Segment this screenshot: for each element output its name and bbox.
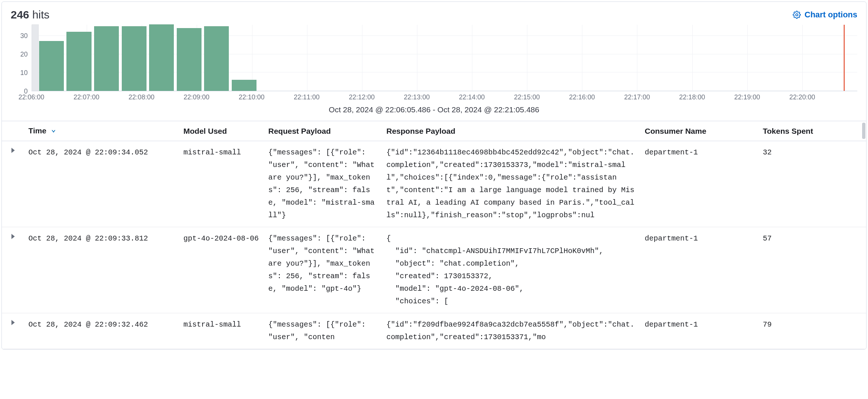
discover-panel: 246 hits Chart options 0102030 22:06:002…: [1, 1, 867, 349]
expand-row-toggle[interactable]: [2, 141, 24, 227]
x-tick-label: 22:12:00: [349, 93, 375, 101]
chart-bar[interactable]: [39, 41, 64, 91]
x-tick-label: 22:06:00: [18, 93, 44, 101]
hit-count-number: 246: [11, 8, 29, 21]
cell-request: {"messages": [{"role": "user", "conten: [264, 313, 382, 349]
cell-tokens: 57: [758, 227, 866, 313]
chart-bar[interactable]: [94, 26, 119, 91]
x-tick-label: 22:18:00: [679, 93, 705, 101]
x-tick-label: 22:07:00: [73, 93, 99, 101]
table-row[interactable]: Oct 28, 2024 @ 22:09:33.812gpt-4o-2024-0…: [2, 227, 866, 313]
col-response-header[interactable]: Response Payload: [382, 121, 640, 141]
cell-request: {"messages": [{"role": "user", "content"…: [264, 141, 382, 227]
x-tick-label: 22:13:00: [404, 93, 430, 101]
hit-count: 246 hits: [11, 8, 49, 21]
chart-options-label: Chart options: [805, 10, 857, 20]
chart-range-label: Oct 28, 2024 @ 22:06:05.486 - Oct 28, 20…: [11, 104, 857, 121]
chart-cursor-line: [844, 25, 845, 91]
x-tick-label: 22:16:00: [569, 93, 595, 101]
cell-tokens: 79: [758, 313, 866, 349]
chart-plot-area[interactable]: [31, 25, 857, 91]
x-tick-label: 22:17:00: [624, 93, 650, 101]
cell-consumer: department-1: [640, 141, 758, 227]
chart-bar[interactable]: [204, 26, 229, 91]
cell-model: gpt-4o-2024-08-06: [179, 227, 264, 313]
chart-bar[interactable]: [149, 24, 174, 91]
cell-response: { "id": "chatcmpl-ANSDUihI7MMIFvI7hL7CPl…: [382, 227, 640, 313]
cell-time: Oct 28, 2024 @ 22:09:32.462: [24, 313, 179, 349]
scrollbar-thumb[interactable]: [862, 123, 865, 139]
x-tick-label: 22:09:00: [184, 93, 210, 101]
x-tick-label: 22:08:00: [128, 93, 154, 101]
hit-count-label: hits: [32, 8, 49, 21]
gear-icon: [793, 11, 801, 19]
sort-desc-icon: [51, 127, 56, 136]
expand-row-toggle[interactable]: [2, 227, 24, 313]
cell-model: mistral-small: [179, 313, 264, 349]
cell-tokens: 32: [758, 141, 866, 227]
cell-response: {"id":"12364b1118ec4698bb4bc452edd92c42"…: [382, 141, 640, 227]
chart-bar[interactable]: [232, 80, 256, 91]
x-tick-label: 22:10:00: [239, 93, 265, 101]
col-time-header[interactable]: Time: [24, 121, 179, 141]
y-tick-label: 10: [20, 69, 28, 77]
col-tokens-header[interactable]: Tokens Spent: [758, 121, 866, 141]
table-header-row: Time Model Used Request Payload Response…: [2, 121, 866, 141]
x-tick-label: 22:19:00: [734, 93, 760, 101]
chart-bar[interactable]: [66, 32, 91, 91]
expand-row-toggle[interactable]: [2, 313, 24, 349]
results-table-wrap: Time Model Used Request Payload Response…: [2, 121, 866, 349]
cell-model: mistral-small: [179, 141, 264, 227]
col-consumer-header[interactable]: Consumer Name: [640, 121, 758, 141]
x-tick-label: 22:15:00: [514, 93, 540, 101]
cell-time: Oct 28, 2024 @ 22:09:34.052: [24, 141, 179, 227]
cell-response: {"id":"f209dfbae9924f8a9ca32dcb7ea5558f"…: [382, 313, 640, 349]
panel-header: 246 hits Chart options: [2, 2, 866, 23]
chart-bar-dim: [32, 24, 39, 91]
results-table: Time Model Used Request Payload Response…: [2, 121, 866, 349]
svg-point-0: [796, 14, 798, 16]
col-expand-header: [2, 121, 24, 141]
x-tick-label: 22:14:00: [459, 93, 485, 101]
chevron-right-icon: [11, 148, 15, 153]
chevron-right-icon: [11, 234, 15, 239]
cell-consumer: department-1: [640, 313, 758, 349]
table-row[interactable]: Oct 28, 2024 @ 22:09:34.052mistral-small…: [2, 141, 866, 227]
col-request-header[interactable]: Request Payload: [264, 121, 382, 141]
chevron-right-icon: [11, 320, 15, 325]
chart-x-axis: 22:06:0022:07:0022:08:0022:09:0022:10:00…: [31, 91, 857, 104]
cell-time: Oct 28, 2024 @ 22:09:33.812: [24, 227, 179, 313]
cell-consumer: department-1: [640, 227, 758, 313]
col-model-header[interactable]: Model Used: [179, 121, 264, 141]
x-tick-label: 22:11:00: [294, 93, 320, 101]
chart-y-axis: 0102030: [11, 25, 31, 91]
chart-bar[interactable]: [122, 26, 147, 91]
y-tick-label: 30: [20, 32, 28, 40]
cell-request: {"messages": [{"role": "user", "content"…: [264, 227, 382, 313]
x-tick-label: 22:20:00: [789, 93, 815, 101]
y-tick-label: 20: [20, 51, 28, 58]
histogram-chart[interactable]: 0102030 22:06:0022:07:0022:08:0022:09:00…: [2, 23, 866, 121]
table-row[interactable]: Oct 28, 2024 @ 22:09:32.462mistral-small…: [2, 313, 866, 349]
chart-bar[interactable]: [177, 28, 202, 91]
chart-options-button[interactable]: Chart options: [793, 10, 857, 20]
